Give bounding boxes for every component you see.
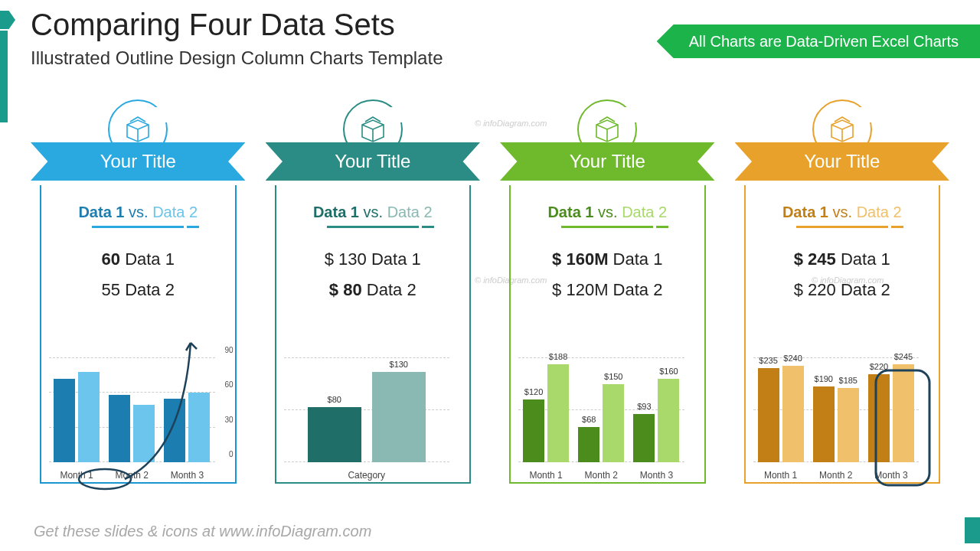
cards-row: Your Title Data 1 vs. Data 2 60 Data 1 5… bbox=[31, 99, 949, 505]
highlight-circle-icon bbox=[873, 366, 934, 488]
decoration bbox=[965, 517, 980, 543]
card-2: Your Title Data 1 vs. Data 2 $ 130 Data … bbox=[266, 99, 481, 505]
card-4: Your Title Data 1 vs. Data 2 $ 245 Data … bbox=[735, 99, 950, 505]
plot-area: $80 $130 bbox=[284, 358, 450, 462]
card-ribbon: Your Title bbox=[31, 142, 246, 181]
annotation-arrow-icon bbox=[91, 329, 214, 482]
divider bbox=[561, 226, 653, 228]
metric-2: 55 Data 2 bbox=[41, 280, 235, 300]
vs-label: Data 1 vs. Data 2 bbox=[41, 204, 235, 221]
card-1: Your Title Data 1 vs. Data 2 60 Data 1 5… bbox=[31, 99, 246, 505]
chart-3: $120$188 $68$150 $93$160 Month 1Month 2M… bbox=[509, 354, 706, 484]
footer-text: Get these slides & icons at www.infoDiag… bbox=[34, 523, 371, 540]
page-subtitle: Illustrated Outline Design Column Charts… bbox=[31, 47, 443, 69]
card-ribbon: Your Title bbox=[500, 142, 715, 181]
card-3: Your Title Data 1 vs. Data 2 $ 160M Data… bbox=[500, 99, 715, 505]
metric-2: $ 80 Data 2 bbox=[276, 280, 470, 300]
info-ribbon: All Charts are Data-Driven Excel Charts bbox=[657, 24, 980, 58]
card-title: Your Title bbox=[804, 151, 880, 172]
vs-label: Data 1 vs. Data 2 bbox=[276, 204, 470, 221]
card-title: Your Title bbox=[100, 151, 176, 172]
card-panel: Data 1 vs. Data 2 60 Data 1 55 Data 2 0 … bbox=[40, 185, 237, 484]
chart-2: $80 $130 Category bbox=[275, 354, 472, 484]
card-ribbon: Your Title bbox=[735, 142, 950, 181]
svg-rect-1 bbox=[876, 370, 929, 485]
metric-1: 60 Data 1 bbox=[41, 249, 235, 269]
metric-1: $ 160M Data 1 bbox=[511, 249, 704, 269]
plot-area: $120$188 $68$150 $93$160 bbox=[518, 358, 684, 462]
x-axis: Category bbox=[284, 470, 450, 481]
card-title: Your Title bbox=[570, 151, 645, 172]
card-title: Your Title bbox=[335, 151, 410, 172]
chart-1: 0 30 60 90 Month 1Month 2Month 3 bbox=[40, 354, 237, 484]
card-panel: Data 1 vs. Data 2 $ 245 Data 1 $ 220 Dat… bbox=[744, 185, 941, 484]
decoration bbox=[0, 31, 8, 122]
card-panel: Data 1 vs. Data 2 $ 130 Data 1 $ 80 Data… bbox=[275, 185, 472, 484]
divider bbox=[796, 226, 888, 228]
slide: Comparing Four Data Sets Illustrated Out… bbox=[0, 0, 980, 551]
card-panel: Data 1 vs. Data 2 $ 160M Data 1 $ 120M D… bbox=[509, 185, 706, 484]
card-ribbon: Your Title bbox=[266, 142, 481, 181]
metric-2: $ 120M Data 2 bbox=[511, 280, 704, 300]
decoration bbox=[0, 11, 15, 29]
page-title: Comparing Four Data Sets bbox=[31, 8, 395, 42]
metric-2: $ 220 Data 2 bbox=[746, 280, 939, 300]
x-axis: Month 1Month 2Month 3 bbox=[518, 470, 684, 481]
divider bbox=[92, 226, 184, 228]
vs-label: Data 1 vs. Data 2 bbox=[511, 204, 704, 221]
metric-1: $ 245 Data 1 bbox=[746, 249, 939, 269]
chart-4: $235$240 $190$185 $220$245 Month 1Month … bbox=[744, 354, 941, 484]
metric-1: $ 130 Data 1 bbox=[276, 249, 470, 269]
divider bbox=[327, 226, 419, 228]
vs-label: Data 1 vs. Data 2 bbox=[746, 204, 939, 221]
